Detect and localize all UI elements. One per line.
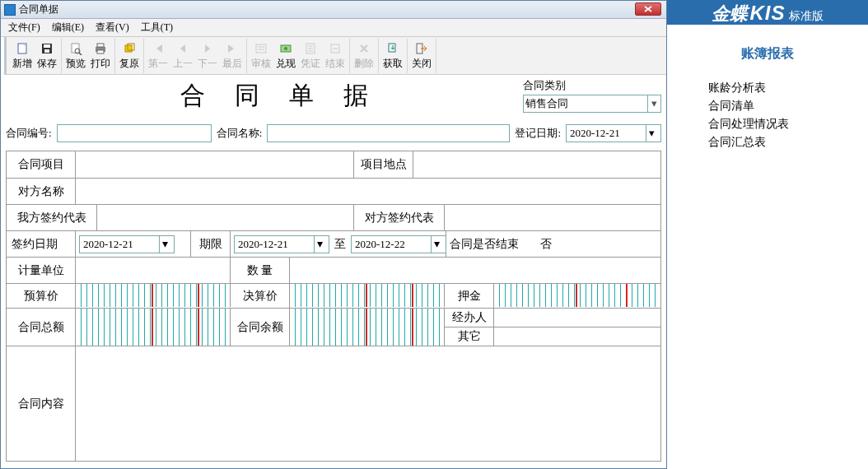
new-button[interactable]: 新增	[10, 39, 35, 72]
svg-rect-9	[97, 50, 104, 53]
label-party: 对方名称	[7, 179, 76, 204]
close-icon	[644, 6, 652, 12]
contract-no-input[interactable]	[59, 125, 209, 142]
field-their-rep[interactable]	[445, 205, 660, 230]
contract-type-label: 合同类别	[523, 78, 661, 93]
chevron-down-icon[interactable]: ▾	[159, 236, 170, 253]
field-our-rep[interactable]	[97, 205, 354, 230]
menu-file[interactable]: 文件(F)	[6, 20, 43, 35]
label-our-rep: 我方签约代表	[7, 205, 97, 230]
menu-tool[interactable]: 工具(T)	[138, 20, 175, 35]
label-balance: 合同余额	[231, 309, 290, 346]
term-from-input[interactable]	[238, 238, 310, 251]
panel-item[interactable]: 合同处理情况表	[708, 117, 852, 132]
cash-button[interactable]: 兑现	[273, 39, 298, 72]
chevron-down-icon[interactable]: ▾	[647, 95, 660, 112]
panel-title: 账簿报表	[684, 45, 852, 63]
menu-view[interactable]: 查看(V)	[93, 20, 132, 35]
exit-icon	[415, 42, 428, 55]
reg-date-input[interactable]	[570, 127, 642, 140]
voucher-button[interactable]: 凭证	[298, 39, 323, 72]
svg-rect-10	[125, 45, 132, 52]
restore-button[interactable]: 复原	[117, 39, 142, 72]
field-project[interactable]	[76, 151, 354, 178]
chevron-down-icon[interactable]: ▾	[314, 236, 325, 253]
save-button[interactable]: 保存	[35, 39, 59, 72]
term-to-input[interactable]	[355, 238, 427, 251]
prev-button[interactable]: 上一	[170, 39, 195, 72]
doc-title: 合同单据	[6, 79, 523, 113]
label-total: 合同总额	[7, 309, 76, 346]
body-area: 合同单据 合同类别 ▾ 合同编号: 合同名称: 登记日期: ▾ 合同	[1, 75, 666, 465]
contract-type-value[interactable]	[525, 97, 644, 110]
panel-list: 账龄分析表 合同清单 合同处理情况表 合同汇总表	[684, 81, 852, 150]
voucher-icon	[304, 42, 317, 55]
panel-item[interactable]: 合同清单	[708, 99, 852, 114]
print-button[interactable]: 打印	[88, 39, 113, 72]
term-to-picker[interactable]: ▾	[351, 235, 446, 253]
next-icon	[202, 43, 213, 54]
value-closed: 否	[540, 237, 552, 252]
field-qty[interactable]	[290, 258, 660, 283]
close-case-button[interactable]: 结束	[323, 39, 348, 72]
fetch-button[interactable]: 获取	[380, 39, 405, 72]
last-button[interactable]: 最后	[220, 39, 245, 72]
next-button[interactable]: 下一	[195, 39, 220, 72]
field-location[interactable]	[413, 151, 660, 178]
form-table: 合同项目 项目地点 对方名称 我方签约代表 对方签约代表 签约日期	[6, 151, 661, 462]
label-other: 其它	[445, 327, 493, 346]
close-window-button[interactable]: 关闭	[409, 39, 434, 72]
save-icon	[40, 42, 54, 55]
preview-icon	[69, 42, 82, 55]
label-to: 至	[334, 237, 346, 252]
audit-icon	[254, 42, 268, 55]
panel-item[interactable]: 合同汇总表	[708, 135, 852, 150]
label-final: 决算价	[231, 284, 290, 308]
delete-icon	[357, 42, 371, 55]
contract-name-label: 合同名称:	[217, 126, 263, 141]
svg-rect-8	[97, 44, 104, 47]
field-unit[interactable]	[76, 258, 231, 283]
chevron-down-icon[interactable]: ▾	[431, 236, 442, 253]
field-total[interactable]	[76, 309, 231, 346]
menu-edit[interactable]: 编辑(E)	[49, 20, 86, 35]
label-deposit: 押金	[445, 284, 494, 308]
app-icon	[4, 4, 16, 16]
first-button[interactable]: 第一	[146, 39, 170, 72]
field-content[interactable]	[76, 346, 660, 461]
close-case-icon	[329, 42, 342, 55]
label-term: 期限	[191, 231, 231, 257]
sign-date-input[interactable]	[83, 238, 156, 251]
term-from-picker[interactable]: ▾	[234, 235, 329, 253]
app-window: 合同单据 文件(F) 编辑(E) 查看(V) 工具(T) 新增 保存 预览	[0, 0, 667, 469]
prev-icon	[177, 43, 189, 54]
cash-icon	[279, 42, 292, 55]
delete-button[interactable]: 删除	[352, 39, 376, 72]
field-other[interactable]	[494, 327, 660, 331]
panel-item[interactable]: 账龄分析表	[708, 81, 852, 95]
field-party[interactable]	[76, 179, 660, 204]
field-deposit[interactable]	[494, 284, 660, 307]
field-balance[interactable]	[290, 309, 445, 346]
preview-button[interactable]: 预览	[63, 39, 88, 72]
brand-bar: 金蝶 KIS 标准版	[667, 0, 868, 25]
print-icon	[94, 42, 107, 55]
last-icon	[226, 43, 238, 54]
close-button[interactable]	[635, 2, 661, 16]
svg-rect-3	[44, 49, 49, 53]
sign-date-picker[interactable]: ▾	[79, 235, 175, 253]
chevron-down-icon[interactable]: ▾	[646, 125, 657, 142]
titlebar: 合同单据	[1, 1, 666, 19]
contract-name-input[interactable]	[269, 125, 507, 142]
audit-button[interactable]: 审核	[249, 39, 273, 72]
svg-line-6	[79, 53, 82, 55]
field-budget[interactable]	[76, 284, 231, 307]
contract-type-select[interactable]: ▾	[523, 95, 661, 113]
field-final[interactable]	[290, 284, 445, 307]
brand-edition: 标准版	[789, 9, 824, 24]
svg-rect-12	[256, 44, 266, 53]
menubar: 文件(F) 编辑(E) 查看(V) 工具(T)	[1, 19, 666, 37]
first-icon	[152, 43, 164, 54]
label-project: 合同项目	[7, 151, 76, 178]
reg-date-picker[interactable]: ▾	[566, 124, 661, 142]
